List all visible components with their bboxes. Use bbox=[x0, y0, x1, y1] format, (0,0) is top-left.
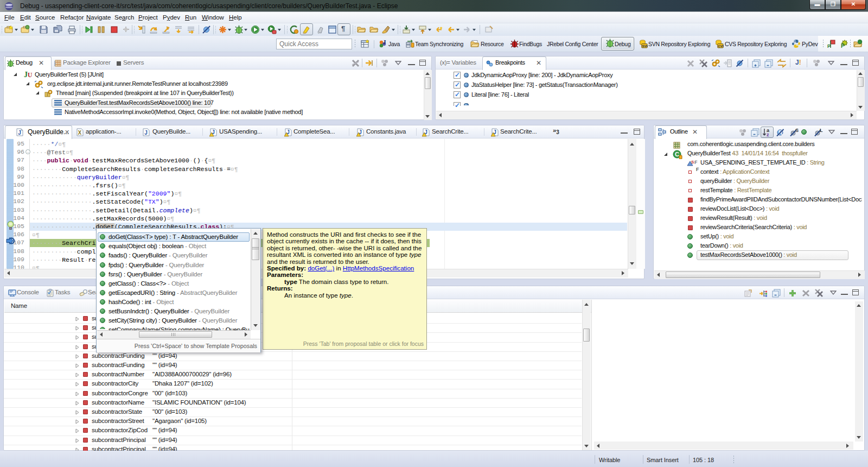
svg-text:J: J bbox=[144, 130, 148, 136]
svg-text:S: S bbox=[795, 128, 799, 133]
svg-text:z: z bbox=[767, 132, 769, 137]
svg-text:P: P bbox=[827, 43, 831, 48]
svg-text:L: L bbox=[820, 128, 823, 133]
svg-text:SVN: SVN bbox=[642, 45, 648, 48]
svg-text:J: J bbox=[18, 130, 21, 136]
svg-text:X: X bbox=[78, 130, 82, 136]
svg-text:P: P bbox=[841, 43, 845, 48]
svg-text:F: F bbox=[694, 160, 698, 165]
svg-text:C: C bbox=[675, 151, 679, 157]
svg-text:J: J bbox=[383, 39, 386, 45]
svg-text:CVS: CVS bbox=[718, 45, 724, 48]
